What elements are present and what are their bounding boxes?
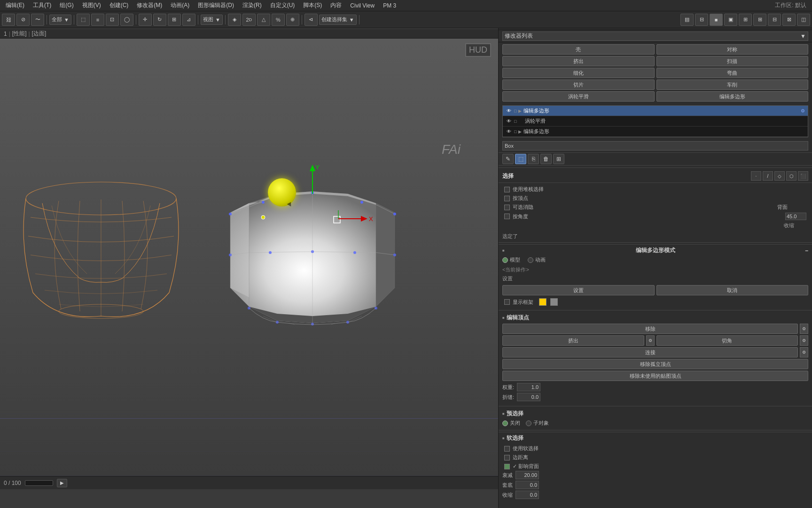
select-object-btn[interactable]: ⬚ <box>77 14 90 26</box>
snap-toggle-btn[interactable]: 2D <box>242 14 256 26</box>
panel-content[interactable]: ▼ 修改器列表 ▼ 壳 对称 挤出 扫描 细化 弯曲 切片 <box>499 17 812 508</box>
viewport[interactable]: HUD <box>0 39 498 489</box>
unlink-btn[interactable]: ⊘ <box>16 14 30 26</box>
render-to-texture-btn[interactable]: ⊟ <box>768 14 781 26</box>
menu-group[interactable]: 组(G) <box>56 0 77 10</box>
disable-radio[interactable]: 关闭 <box>502 420 520 427</box>
edit-poly-btn[interactable]: 编辑多边形 <box>656 91 809 102</box>
use-soft-select-cb[interactable] <box>504 446 510 452</box>
poly-mode-btn[interactable]: ⬡ <box>786 171 796 181</box>
model-radio[interactable]: 模型 <box>502 256 520 263</box>
render-scene-btn[interactable]: ⊞ <box>753 14 766 26</box>
material-editor-btn[interactable]: ⊞ <box>739 14 752 26</box>
menu-pm3[interactable]: PM 3 <box>379 1 400 10</box>
select-and-scale-btn[interactable]: ⊞ <box>168 14 181 26</box>
connect-btn[interactable]: 连接 <box>502 347 798 357</box>
sweep-btn[interactable]: 扫描 <box>656 56 809 66</box>
extrude-btn[interactable]: 挤出 <box>502 56 655 66</box>
connect-settings-btn[interactable]: ⚙ <box>800 347 808 357</box>
stack-configure-btn[interactable]: ⊞ <box>553 154 564 164</box>
menu-view[interactable]: 视图(V) <box>78 0 105 10</box>
extrude-settings-btn[interactable]: ⚙ <box>646 335 655 346</box>
element-mode-btn[interactable]: ⬛ <box>798 171 808 181</box>
eye-icon-3[interactable]: 👁 <box>506 128 512 135</box>
render-icon-1[interactable]: □ <box>514 109 516 113</box>
remove-vertex-btn[interactable]: 移除 <box>502 324 798 334</box>
stack-delete-btn[interactable]: 🗑 <box>540 154 552 164</box>
shell-btn[interactable]: 壳 <box>502 44 655 55</box>
object-manager-btn[interactable]: ⊟ <box>695 14 708 26</box>
lathe-btn[interactable]: 车削 <box>656 79 809 90</box>
select-and-place-btn[interactable]: ⊿ <box>182 14 195 26</box>
angle-snap-btn[interactable]: △ <box>257 14 270 26</box>
print-size-btn[interactable]: ◫ <box>797 14 810 26</box>
stack-item-edit-poly-1[interactable]: 👁 □ ▶ 编辑多边形 ⚙ <box>503 106 808 116</box>
animation-radio[interactable]: 动画 <box>528 256 546 263</box>
border-mode-btn[interactable]: ◇ <box>774 171 785 181</box>
bend-btn[interactable]: 弯曲 <box>656 68 809 78</box>
percent-snap-btn[interactable]: % <box>272 14 285 26</box>
angle-value-input[interactable] <box>785 213 806 220</box>
show-cage-cb[interactable] <box>504 299 510 305</box>
breadcrumb-item-3[interactable]: [边面] <box>32 30 47 38</box>
modifier-list-dropdown[interactable]: 修改器列表 ▼ <box>502 32 808 41</box>
crease-input[interactable] <box>517 393 540 401</box>
mirror-btn[interactable]: ⊲ <box>304 14 318 26</box>
slice-btn[interactable]: 切片 <box>502 79 655 90</box>
by-vertex-cb[interactable] <box>504 196 510 201</box>
stack-options-1[interactable]: ⚙ <box>801 108 805 113</box>
poly-mode-set-btn[interactable]: 设置 <box>502 285 655 295</box>
weight-input[interactable] <box>517 383 540 391</box>
child-radio[interactable]: 子对象 <box>526 420 549 427</box>
symmetry-btn[interactable]: 对称 <box>656 44 809 55</box>
select-by-name-btn[interactable]: ≡ <box>91 14 104 26</box>
menu-edit[interactable]: 编辑(E) <box>2 0 28 10</box>
edge-mode-btn[interactable]: / <box>763 171 773 181</box>
poly-mode-cancel-btn[interactable]: 取消 <box>656 285 809 295</box>
expand-arrow-3[interactable]: ▶ <box>518 129 522 134</box>
menu-graph-editor[interactable]: 图形编辑器(D) <box>194 0 238 10</box>
circle-select-btn[interactable]: ◯ <box>120 14 133 26</box>
render-icon-2[interactable]: □ <box>514 119 516 124</box>
by-angle-cb[interactable] <box>504 214 510 219</box>
select-and-move-btn[interactable]: ✛ <box>139 14 152 26</box>
advance-btn[interactable]: ▶ <box>57 479 67 487</box>
weld-vertex-btn[interactable]: 切角 <box>656 335 798 346</box>
align-btn[interactable]: 创建选择集 ▼ <box>319 15 357 25</box>
menu-tools[interactable]: 工具(T) <box>29 0 55 10</box>
batch-render-btn[interactable]: ⊠ <box>782 14 796 26</box>
extrude-vertex-btn[interactable]: 挤出 <box>502 335 644 346</box>
use-stack-select-cb[interactable] <box>504 187 510 192</box>
eye-icon-2[interactable]: 👁 <box>506 118 512 125</box>
remove-settings-btn[interactable]: ⚙ <box>800 324 808 334</box>
menu-content[interactable]: 内容 <box>327 0 345 10</box>
breadcrumb-item-1[interactable]: 1 <box>4 31 7 37</box>
cage-swatch-yellow[interactable] <box>539 298 547 306</box>
remove-unused-map-btn[interactable]: 移除未使用的贴图顶点 <box>502 371 808 381</box>
bind-to-space-warp[interactable]: 〜 <box>31 14 44 26</box>
rect-select-btn[interactable]: ⊡ <box>106 14 119 26</box>
reference-coord-dropdown[interactable]: 视图 ▼ <box>201 15 223 25</box>
expand-arrow-1[interactable]: ▶ <box>518 109 522 113</box>
bubble-input[interactable] <box>515 491 539 499</box>
poly-mode-collapse[interactable]: − <box>805 247 808 254</box>
menu-civil-view[interactable]: Civil View <box>346 1 378 10</box>
quick-render-btn[interactable]: ■ <box>710 14 723 26</box>
render-frame-btn[interactable]: ▣ <box>724 14 737 26</box>
select-and-rotate-btn[interactable]: ↻ <box>153 14 166 26</box>
pinch-input[interactable] <box>515 481 539 489</box>
menu-modifier[interactable]: 修改器(M) <box>133 0 166 10</box>
breadcrumb-item-2[interactable]: [性能] <box>12 30 27 38</box>
render-icon-3[interactable]: □ <box>514 129 516 134</box>
stack-pencil-btn[interactable]: ✎ <box>502 154 514 164</box>
refine-btn[interactable]: 细化 <box>502 68 655 78</box>
stack-show-end-btn[interactable]: ⬚ <box>515 154 526 164</box>
select-filter-dropdown[interactable]: 全部 ▼ <box>49 15 71 25</box>
spinner-snap-btn[interactable]: ⊕ <box>286 14 299 26</box>
remove-isolated-btn[interactable]: 移除孤立顶点 <box>502 359 808 369</box>
cage-swatch-gray[interactable] <box>550 298 558 306</box>
weld-settings-btn[interactable]: ⚙ <box>800 335 808 346</box>
menu-render[interactable]: 渲染(R) <box>239 0 265 10</box>
affect-backface-cb[interactable] <box>504 464 510 469</box>
menu-script[interactable]: 脚本(S) <box>299 0 326 10</box>
